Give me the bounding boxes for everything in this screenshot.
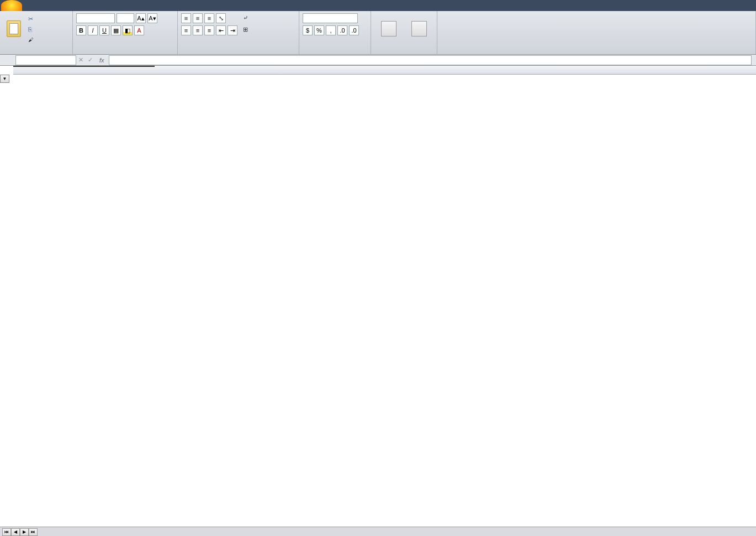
fill-color-button[interactable]: ◧ bbox=[123, 25, 133, 35]
tab-nav-last[interactable]: ⏭ bbox=[29, 528, 38, 536]
align-right-button[interactable]: ≡ bbox=[204, 25, 214, 35]
underline-button[interactable]: U bbox=[99, 25, 109, 35]
shrink-font-button[interactable]: A▾ bbox=[147, 13, 157, 23]
number-format-select[interactable] bbox=[303, 13, 358, 23]
align-middle-button[interactable]: ≡ bbox=[193, 13, 203, 23]
clipboard-group-label bbox=[3, 52, 69, 53]
copy-icon bbox=[28, 26, 32, 33]
font-name-select[interactable] bbox=[76, 13, 115, 23]
font-group-label bbox=[76, 52, 174, 53]
format-painter-button[interactable] bbox=[26, 35, 37, 44]
tab-nav-prev[interactable]: ◀ bbox=[11, 528, 20, 536]
table-icon bbox=[411, 21, 427, 36]
indent-inc-button[interactable]: ⇥ bbox=[228, 25, 237, 35]
font-color-button[interactable]: A bbox=[134, 25, 144, 35]
csi-dropdown[interactable] bbox=[13, 66, 155, 67]
tab-nav-next[interactable]: ▶ bbox=[20, 528, 29, 536]
styles-group-label bbox=[441, 52, 752, 53]
sheet-tab-bar: ⏮ ◀ ▶ ⏭ bbox=[0, 527, 756, 536]
currency-button[interactable]: $ bbox=[303, 25, 313, 35]
indent-dec-button[interactable]: ⇤ bbox=[216, 25, 226, 35]
tab-nav-first[interactable]: ⏮ bbox=[2, 528, 11, 536]
align-left-button[interactable]: ≡ bbox=[181, 25, 191, 35]
office-button[interactable] bbox=[1, 0, 22, 11]
align-bottom-button[interactable]: ≡ bbox=[204, 13, 214, 23]
alignment-group-label bbox=[181, 52, 295, 53]
italic-button[interactable]: I bbox=[88, 25, 98, 35]
align-center-button[interactable]: ≡ bbox=[193, 25, 203, 35]
inc-decimal-button[interactable]: .0 bbox=[337, 25, 347, 35]
fx-icon[interactable]: fx bbox=[95, 57, 109, 64]
paste-icon bbox=[7, 20, 21, 37]
align-top-button[interactable]: ≡ bbox=[181, 13, 191, 23]
formula-bar[interactable] bbox=[109, 55, 752, 65]
font-size-select[interactable] bbox=[117, 13, 134, 23]
copy-button[interactable] bbox=[26, 25, 37, 34]
conditional-formatting-button[interactable] bbox=[374, 20, 403, 38]
border-button[interactable]: ▦ bbox=[111, 25, 121, 35]
bold-button[interactable]: B bbox=[76, 25, 86, 35]
ribbon-tabs bbox=[0, 0, 756, 11]
brush-icon bbox=[28, 36, 33, 43]
enter-icon[interactable]: ✓ bbox=[86, 56, 95, 64]
scissors-icon bbox=[28, 15, 33, 23]
number-group-label bbox=[303, 52, 367, 53]
percent-button[interactable]: % bbox=[314, 25, 324, 35]
comma-button[interactable]: , bbox=[326, 25, 336, 35]
name-box[interactable] bbox=[15, 55, 76, 65]
orientation-button[interactable]: ⤡ bbox=[216, 13, 226, 23]
cut-button[interactable] bbox=[26, 14, 37, 24]
dropdown-arrow[interactable]: ▼ bbox=[0, 75, 9, 83]
cancel-icon[interactable]: ✕ bbox=[76, 56, 86, 64]
grow-font-button[interactable]: A▴ bbox=[136, 13, 146, 23]
paste-button[interactable] bbox=[3, 19, 24, 38]
cf-icon bbox=[381, 21, 396, 36]
format-as-table-button[interactable] bbox=[405, 20, 433, 38]
merge-center-button[interactable]: ⊞ bbox=[241, 25, 252, 34]
wrap-text-button[interactable]: ⤶ bbox=[241, 13, 252, 23]
dec-decimal-button[interactable]: .0 bbox=[349, 25, 359, 35]
